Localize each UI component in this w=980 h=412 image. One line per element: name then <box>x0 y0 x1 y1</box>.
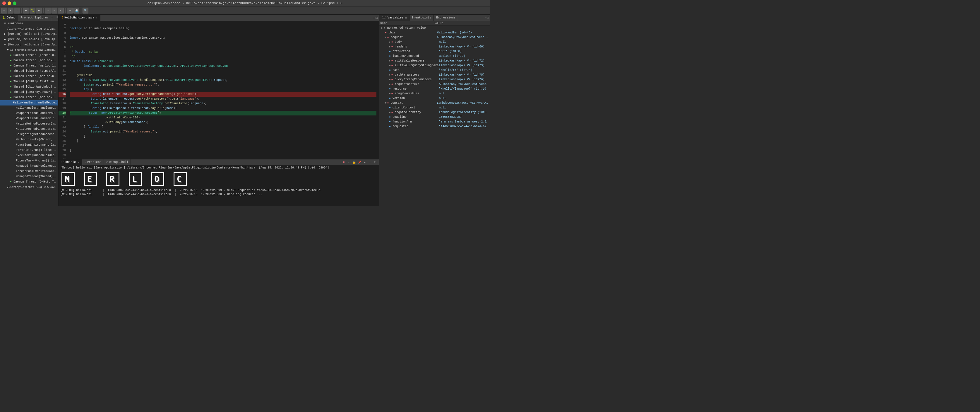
var-row-func-arn[interactable]: ● functionArn "arn:aws:lambda:us-west-2:… <box>379 120 490 124</box>
tree-item-delegating[interactable]: DelegatingMethodAccessorImpl.invoke(Obje… <box>0 132 58 137</box>
tree-item-managed-pool[interactable]: ManagedThreadPoolExecutor(ThreadPoolExec… <box>0 163 58 169</box>
tree-thread-6[interactable]: ● Thread [Okio Watchdog] (Running) <box>0 85 58 89</box>
tree-item-merloc2[interactable]: ▶ [MerLoc] hello-api [Java Application] <box>0 37 58 42</box>
editor-tab-hellohandler[interactable]: J HelloHandler.java ✕ <box>59 14 100 21</box>
toolbar-stop[interactable]: ■ <box>36 8 42 13</box>
tree-item-method-invoke[interactable]: Method.invoke(Object, Object...) line: 4… <box>0 137 58 142</box>
tree-thread-5[interactable]: ● Thread [OkHttp TaskRunner] (Running) <box>0 79 58 85</box>
var-row-request[interactable]: ▼ ● request APIGatewayProxyRequestEvent … <box>379 35 490 40</box>
code-editor[interactable]: package io.thundra.examples.hello; impor… <box>67 21 379 159</box>
console-icon: ▪ <box>61 161 63 164</box>
tab-variables[interactable]: (x) Variables ✕ <box>379 14 409 21</box>
toolbar-step-into[interactable]: ↘ <box>45 8 51 13</box>
variables-tree: ▶ ● no method return value ● this HelloH… <box>379 26 490 206</box>
toolbar-build[interactable]: ⚙ <box>67 8 73 13</box>
var-row-path[interactable]: ● path "/hello/tr" (id=74) <box>379 68 490 73</box>
var-row-cognito[interactable]: ▶ ● cognitoIdentity LambdaCognitoIdentit… <box>379 110 490 115</box>
toolbar-btn-3[interactable]: ⬇ <box>14 8 20 13</box>
var-row-body[interactable]: ▶ ● body null <box>379 40 490 45</box>
tree-item-executors[interactable]: Executors$RunnableAdapter<T>.call() line… <box>0 153 58 158</box>
tab-debug-shell[interactable]: > Debug Shell <box>104 160 131 165</box>
tree-item-merloc1[interactable]: ▶ [MerLoc] hello-api [Java Application] <box>0 32 58 37</box>
toolbar-search[interactable]: 🔍 <box>83 8 88 13</box>
var-row-headers[interactable]: ▶ ● headers LinkedHashMap<K,V> (id=66) <box>379 45 490 49</box>
var-row-request-id[interactable]: ● requestId "f4d65988-0e4c-445d-bb7a-b2c… <box>379 124 490 129</box>
console-stop-btn[interactable]: ■ <box>341 160 346 164</box>
console-toolbar: ■ ✕ 🔒 📌 ↩ — □ <box>341 160 379 164</box>
tree-item-merloc3[interactable]: ▼ [MerLoc] hello-api [Java Application] <box>0 42 58 48</box>
tree-item-wrapper1[interactable]: WrapperLambdaHandler$ProxyLambdaRequestH… <box>0 111 58 116</box>
tree-item-hellohandler-selected[interactable]: HelloHandler.handleRequest(APIGatewayPro… <box>0 100 58 105</box>
tree-item-func-env[interactable]: FunctionEnvironment.lambda$execute$3(Str… <box>0 142 58 148</box>
toolbar-run[interactable]: ▶ <box>23 8 29 13</box>
minimize-button[interactable] <box>8 2 11 5</box>
tab-debug[interactable]: 🐛 Debug <box>0 14 18 21</box>
tab-project-explorer[interactable]: Project Explorer <box>18 14 51 21</box>
var-row-this[interactable]: ● this HelloHandler (id=45) <box>379 30 490 35</box>
tree-item-native1[interactable]: NativeMethodAccessorImpl.invoke0(Method,… <box>0 121 58 126</box>
toolbar-debug[interactable]: 🐛 <box>30 8 35 13</box>
var-row-context[interactable]: ▼ ● context LambdaContextFactory$EnvVarA… <box>379 101 490 105</box>
window-controls[interactable] <box>2 2 16 5</box>
toolbar-step-over[interactable]: → <box>51 8 57 13</box>
var-row-path-params[interactable]: ▶ ● pathParameters LinkedHashMap<K,V> (i… <box>379 73 490 77</box>
minimize-panel-icon[interactable]: — <box>51 16 55 20</box>
tree-item-972[interactable]: 972490811.run() line: not available <box>0 148 58 153</box>
var-row-qs-params[interactable]: ▶ ● queryStringParameters LinkedHashMap<… <box>379 77 490 82</box>
tree-item-pool-worker[interactable]: ThreadPoolExecutor$Worker.run() line: 62… <box>0 169 58 174</box>
var-row-httpmethod[interactable]: ● httpMethod "GET" (id=68) <box>379 49 490 54</box>
toolbar-btn-1[interactable]: ⬅ <box>1 8 7 13</box>
tree-thread-executor[interactable]: ● Daemon Thread [merloc-lambda-runtime-e… <box>0 95 58 100</box>
tree-thread-4[interactable]: ● Daemon Thread [merloc-broker-client-en… <box>0 74 58 79</box>
editor-minimize-icon[interactable]: — <box>373 16 375 20</box>
toolbar-save[interactable]: 💾 <box>73 8 80 13</box>
toolbar-btn-2[interactable]: ⬆ <box>8 8 13 13</box>
console-tab-close[interactable]: ✕ <box>78 161 80 164</box>
tree-item-futuretask[interactable]: FutureTask<V>.run() line: 266 <box>0 158 58 163</box>
close-button[interactable] <box>2 2 6 5</box>
vars-panel-minimize[interactable]: — <box>485 16 487 19</box>
var-row-deadline[interactable]: ● deadline 1660555839087 <box>379 115 490 120</box>
tree-thread-7[interactable]: ● Thread [DestroyJavaVM] (Running) <box>0 89 58 95</box>
tree-item-unknown[interactable]: ▼ <unknown> <box>0 21 58 26</box>
tree-item-lib1[interactable]: /Library/Internet Plug-Ins/JavaAppletPlu… <box>0 26 58 32</box>
var-row-resource[interactable]: ● resource "/hello/{language}" (id=79) <box>379 87 490 91</box>
editor-maximize-icon[interactable]: □ <box>375 16 378 20</box>
console-word-wrap-btn[interactable]: ↩ <box>363 160 367 164</box>
maximize-button[interactable] <box>13 2 16 5</box>
console-minimize-btn[interactable]: — <box>368 160 372 164</box>
var-row-base64[interactable]: ● isBase64Encoded Boolean (id=70) <box>379 54 490 59</box>
tree-thread-okhttp2[interactable]: ● Daemon Thread [OkHttp TaskRunner] (Run… <box>0 179 58 185</box>
console-clear-btn[interactable]: ✕ <box>347 160 351 164</box>
tab-expressions[interactable]: Expressions <box>434 14 458 21</box>
tree-item-lambda-runtime[interactable]: ▼ io.thundra.merloc.aws.lambda.runtime.e… <box>0 48 58 53</box>
tree-thread-3[interactable]: ● Thread [OkHttp https://at0zg52z4d.exec… <box>0 69 58 74</box>
maximize-panel-icon[interactable]: □ <box>56 16 59 20</box>
tree-item-hellohandler-13[interactable]: HelloHandler.handleRequest(Object, Conte… <box>0 105 58 111</box>
var-row-client-ctx[interactable]: ● clientContext null <box>379 105 490 110</box>
var-row-version[interactable]: ● version null <box>379 96 490 101</box>
editor-tab-close[interactable]: ✕ <box>95 16 97 20</box>
var-row-no-return[interactable]: ▶ ● no method return value <box>379 26 490 30</box>
console-pin-btn[interactable]: 📌 <box>357 160 362 164</box>
tree-item-wrapper2[interactable]: WrapperLambdaHandler.handleRequest(Input… <box>0 116 58 121</box>
tree-item-native2[interactable]: NativeMethodAccessorImpl.invoke(Object, … <box>0 126 58 132</box>
var-row-multivalue-headers[interactable]: ▶ ● multiValueHeaders LinkedHashMap<K,V>… <box>379 59 490 63</box>
var-row-stage-vars[interactable]: ▶ ● stageVariables null <box>379 91 490 96</box>
tree-item-managed-thread[interactable]: ManagedThread(Thread).run() line: 748 <box>0 174 58 179</box>
tree-thread-0[interactable]: ● Daemon Thread [Thread-0] (Running) <box>0 53 58 58</box>
tree-thread-1[interactable]: ● Daemon Thread [merloc-lambda-runtime-c… <box>0 58 58 63</box>
tree-thread-2[interactable]: ● Daemon Thread [merloc-lambda-runtime-c… <box>0 63 58 69</box>
var-row-request-context[interactable]: ▶ ● requestContext APIGatewayProxyReques… <box>379 82 490 87</box>
vars-panel-maximize[interactable]: □ <box>487 16 489 19</box>
tree-item-lib2[interactable]: /Library/Internet Plug-Ins/JavaAppletPlu… <box>0 185 58 190</box>
tab-console[interactable]: ▪ Console ✕ <box>59 160 82 165</box>
toolbar-step-return[interactable]: ↖ <box>58 8 64 13</box>
variables-tab-close[interactable]: ✕ <box>405 16 407 20</box>
tab-breakpoints[interactable]: Breakpoints <box>409 14 434 21</box>
tab-problems[interactable]: ⚠ Problems <box>82 160 104 165</box>
debug-tree: ▼ <unknown> /Library/Internet Plug-Ins/J… <box>0 21 58 206</box>
var-row-multivalue-qs[interactable]: ▶ ● multiValueQueryStringParamete Linked… <box>379 63 490 68</box>
console-maximize-btn[interactable]: □ <box>373 160 378 164</box>
console-scroll-lock-btn[interactable]: 🔒 <box>352 160 356 164</box>
